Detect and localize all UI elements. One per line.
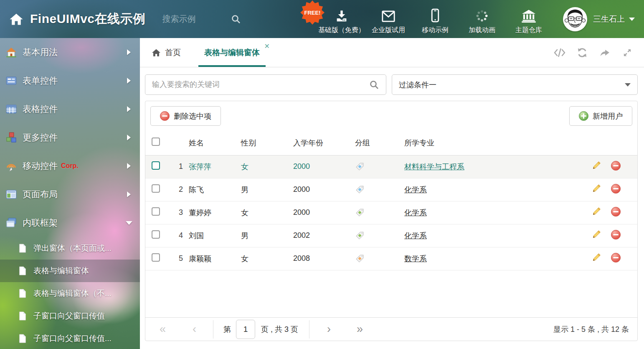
nav-item-mobile-demo[interactable]: 移动示例 [412, 8, 459, 35]
chevron-right-icon [127, 191, 131, 197]
record-summary: 显示 1 - 5 条 , 共 12 条 [553, 324, 629, 334]
page-number-input[interactable] [236, 320, 255, 339]
chevron-right-icon [127, 106, 131, 112]
delete-icon[interactable] [611, 207, 621, 217]
first-page-button[interactable]: « [160, 324, 166, 335]
tab-grid-edit-window[interactable]: 表格与编辑窗体 ✕ [193, 38, 271, 67]
search-icon[interactable] [369, 80, 379, 90]
file-icon [18, 289, 27, 298]
row-checkbox[interactable] [152, 207, 160, 216]
table-row: 1 张萍萍 女 2000 材料科学与工程系 [145, 155, 637, 178]
nav-item-label: 移动示例 [422, 26, 449, 35]
delete-icon[interactable] [611, 184, 621, 194]
nav-item-label: 企业版试用 [372, 26, 405, 35]
cell-name: 刘国 [189, 224, 241, 247]
chevron-right-icon [127, 135, 131, 140]
sidebar-item-page-layout[interactable]: 页面布局 [0, 180, 140, 209]
filter-dropdown-value: 过滤条件一 [399, 80, 436, 90]
search-icon[interactable] [231, 14, 241, 24]
edit-icon[interactable] [592, 161, 601, 170]
page-label-prefix: 第 [223, 324, 231, 334]
filter-dropdown[interactable]: 过滤条件一 [392, 74, 638, 95]
tag-icon [355, 162, 365, 171]
chevron-down-icon [629, 18, 635, 21]
sidebar-subitem-grid-edit-window-2[interactable]: 表格与编辑窗体（不... [0, 282, 140, 305]
nav-item-enterprise-trial[interactable]: 企业版试用 [365, 8, 412, 35]
last-page-button[interactable]: » [357, 324, 363, 335]
col-header-major: 所学专业 [404, 131, 591, 155]
nav-item-loading-animation[interactable]: 加载动画 [459, 8, 505, 35]
next-page-button[interactable]: › [327, 324, 331, 335]
sidebar-subitem-child-to-parent-2[interactable]: 子窗口向父窗口传值... [0, 327, 140, 349]
user-name: 三生石上 [593, 14, 625, 25]
grid-toolbar: 删除选中项 新增用户 [145, 101, 637, 131]
nav-item-basic-edition[interactable]: 基础版（免费） [318, 8, 365, 35]
sidebar-subitem-child-to-parent[interactable]: 子窗口向父窗口传值 [0, 305, 140, 327]
user-menu[interactable]: 三生石上 [563, 7, 635, 31]
delete-icon[interactable] [611, 253, 621, 262]
free-badge: FREE! [300, 0, 325, 25]
table-row: 4 刘国 男 2002 化学系 [145, 224, 637, 247]
nav-item-theme-repo[interactable]: 主题仓库 [505, 8, 552, 35]
sidebar-item-inline-frame[interactable]: 内联框架 [0, 209, 140, 237]
form-icon [6, 75, 17, 86]
users-table: 姓名 性别 入学年份 分组 所学专业 1 张萍萍 女 2000 [145, 131, 637, 270]
sidebar-item-grid-controls[interactable]: 表格控件 [0, 95, 140, 123]
refresh-icon[interactable] [576, 47, 588, 58]
main-content: 首页 表格与编辑窗体 ✕ [140, 38, 644, 349]
row-checkbox[interactable] [152, 253, 160, 262]
cell-name: 董婷婷 [189, 201, 241, 224]
row-checkbox[interactable] [152, 161, 160, 170]
layout-icon [6, 189, 17, 200]
chevron-right-icon [127, 49, 131, 55]
major-link[interactable]: 数学系 [404, 255, 427, 263]
header-search-input[interactable] [162, 14, 225, 24]
sidebar-item-mobile-controls[interactable]: 移动控件 Corp. [0, 152, 140, 180]
tab-actions [554, 38, 644, 67]
corp-badge: Corp. [61, 162, 79, 170]
download-icon [335, 8, 348, 23]
select-all-checkbox[interactable] [152, 138, 160, 146]
edit-icon[interactable] [592, 253, 601, 262]
delete-icon[interactable] [611, 161, 621, 171]
major-link[interactable]: 化学系 [404, 209, 427, 217]
sidebar-subitem-popup-window[interactable]: 弹出窗体（本页面或... [0, 237, 140, 260]
share-icon[interactable] [599, 47, 611, 58]
tag-icon [355, 208, 365, 217]
mobile-icon [431, 8, 439, 23]
sidebar-subitem-grid-edit-window[interactable]: 表格与编辑窗体 [0, 260, 140, 282]
edit-icon[interactable] [592, 207, 601, 216]
source-code-icon[interactable] [554, 47, 565, 58]
col-header-group: 分组 [355, 131, 404, 155]
table-header-row: 姓名 性别 入学年份 分组 所学专业 [145, 131, 637, 155]
keyword-search-input[interactable] [152, 80, 365, 89]
expand-icon[interactable] [621, 47, 633, 58]
minus-circle-icon [160, 111, 170, 121]
file-icon [18, 334, 27, 343]
sidebar-item-basic-usage[interactable]: 基本用法 [0, 38, 140, 66]
prev-page-button[interactable]: ‹ [193, 324, 196, 335]
delete-selected-button[interactable]: 删除选中项 [150, 106, 221, 126]
cell-name: 康颖颖 [189, 247, 241, 270]
close-icon[interactable]: ✕ [264, 43, 270, 50]
edit-icon[interactable] [592, 184, 601, 193]
edit-icon[interactable] [592, 230, 601, 239]
delete-icon[interactable] [611, 230, 621, 239]
add-user-button[interactable]: 新增用户 [569, 106, 632, 126]
row-checkbox[interactable] [152, 230, 160, 239]
app-home-icon[interactable] [9, 12, 23, 26]
plus-circle-icon [579, 111, 588, 121]
tab-home[interactable]: 首页 [140, 38, 193, 67]
sidebar-item-more-controls[interactable]: 更多控件 [0, 123, 140, 152]
header-nav: FREE! 基础版（免费） [318, 3, 552, 35]
major-link[interactable]: 化学系 [404, 232, 427, 240]
major-link[interactable]: 材料科学与工程系 [404, 163, 464, 171]
page: FineUIMvc在线示例 FREE! 基础版（免费） [0, 0, 644, 349]
major-link[interactable]: 化学系 [404, 186, 427, 194]
sidebar-item-form-controls[interactable]: 表单控件 [0, 66, 140, 95]
row-checkbox[interactable] [152, 184, 160, 193]
chevron-down-icon [126, 221, 132, 225]
divider [213, 320, 213, 339]
grid-empty-area [145, 270, 637, 318]
col-header-name: 姓名 [189, 131, 241, 155]
